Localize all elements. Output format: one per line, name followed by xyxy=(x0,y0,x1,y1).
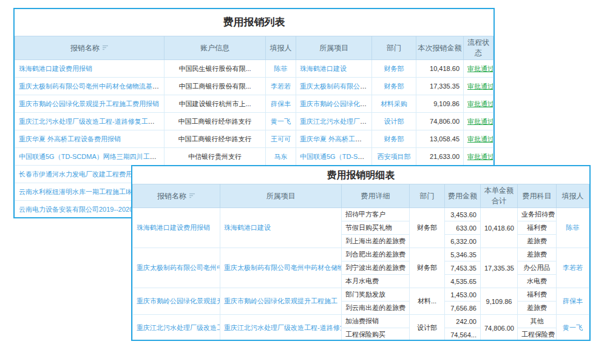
cell-amount: 6,332.00 xyxy=(445,235,481,248)
cell-category: 差旅费 xyxy=(518,248,557,261)
cell-amount: 10,418.60 xyxy=(416,60,464,78)
cell-amount: 242.00 xyxy=(445,315,481,328)
reimbursement-name-link[interactable]: 重庆市鹅岭公园绿化景观提升工程 xyxy=(137,297,220,305)
project-link[interactable]: 重庆市鹅岭公园绿化景观提升... xyxy=(300,100,372,107)
reimbursement-name-link[interactable]: 长春市伊通河水力发电厂改建工程费用报销 xyxy=(19,170,146,178)
cell-dept: 材料... xyxy=(410,288,445,315)
table-row: 重庆市鹅岭公园绿化景观提升工程 重庆市鹅岭公园绿化景观提升工程施工 部门奖励发放… xyxy=(133,288,589,302)
cell-category: 差旅费 xyxy=(518,302,557,315)
table-row: 重庆江北污水处理厂级改造工程-道路修复工程费用... 中国工商银行经华路支行 黄… xyxy=(15,113,493,130)
person-link[interactable]: 马东 xyxy=(274,153,288,160)
cell-total: 9,109.86 xyxy=(481,288,518,315)
cell-amount: 21,633.00 xyxy=(416,148,464,166)
cell-account: 中国工商银行股份有限... xyxy=(164,78,266,95)
reimbursement-name-link[interactable]: 重庆市鹅岭公园绿化景观提升工程施工费用报销 xyxy=(19,100,159,107)
reimbursement-name-link[interactable]: 珠海鹤港口建设费用报销 xyxy=(137,224,210,231)
desktop-canvas: { "colors": { "card_border": "#2aa7e2", … xyxy=(0,0,607,364)
cell-category: 福利费 xyxy=(518,221,557,235)
cell-amount: 74,564... xyxy=(445,328,481,342)
person-link[interactable]: 陈菲 xyxy=(274,65,288,72)
dept-link[interactable]: 财务部 xyxy=(384,65,404,72)
cell-account: 中国工商银行经华路支行 xyxy=(164,130,266,148)
cell-account: 中国工商银行经华路支行 xyxy=(164,113,266,130)
cell-account: 中信银行贵州支行 xyxy=(164,148,266,166)
table-row: 重庆市鹅岭公园绿化景观提升工程施工费用报销 中国建设银行杭州市上... 薛保丰 … xyxy=(15,95,493,113)
cell-amount: 1,453.00 xyxy=(445,288,481,302)
project-link[interactable]: 重庆华夏 外高桥工程设备 xyxy=(300,135,372,143)
reimbursement-name-link[interactable]: 重庆太极制药有限公司亳州中药材仓储物流基地项... xyxy=(19,83,164,90)
reimbursement-name-link[interactable]: 重庆江北污水处理厂级改造工程- xyxy=(137,324,220,331)
cell-expense-detail: 部门奖励发放 xyxy=(342,288,410,302)
header-row: 报销名称 账户信息 填报人 所属项目 部门 本次报销金额 流程状态 xyxy=(15,36,493,60)
column-header-name-label: 报销名称 xyxy=(70,44,100,52)
status-link[interactable]: 审批通过 xyxy=(467,153,493,160)
cell-category: 其他 xyxy=(518,315,557,328)
person-link[interactable]: 黄一飞 xyxy=(271,118,291,125)
reimbursement-name-link[interactable]: 云南电力设备安装有限公司2019--2020年度 xyxy=(19,206,146,213)
column-header-name[interactable]: 报销名称 xyxy=(15,36,164,60)
cell-amount: 7,656.86 xyxy=(445,302,481,315)
status-link[interactable]: 审批通过 xyxy=(467,100,493,107)
project-link[interactable]: 重庆太极制药有限公司亳州中... xyxy=(300,83,372,90)
cell-category: 福利费 xyxy=(518,288,557,302)
dept-link[interactable]: 材料采购 xyxy=(381,100,407,107)
cell-expense-detail: 本月水电费 xyxy=(342,275,410,288)
project-link[interactable]: 重庆市鹅岭公园绿化景观提升工程施工 xyxy=(224,297,337,305)
cell-expense-detail: 招待甲方客户 xyxy=(342,208,410,221)
sort-icon[interactable] xyxy=(102,44,109,53)
project-link[interactable]: 重庆江北污水处理厂级改造工程-道路修复工 xyxy=(224,324,342,331)
reimbursement-name-link[interactable]: 珠海鹤港口建设费用报销 xyxy=(19,65,92,72)
sort-icon[interactable] xyxy=(189,192,195,201)
dept-link[interactable]: 西安项目部 xyxy=(378,153,411,160)
person-link[interactable]: 薛保丰 xyxy=(271,100,291,107)
table-row: 珠海鹤港口建设费用报销 珠海鹤港口建设 招待甲方客户 财务部 3,453.60 … xyxy=(133,208,589,221)
table-row: 重庆太极制药有限公司亳州中药材 重庆太极制药有限公司亳州中药材仓储物流 到合肥出… xyxy=(133,248,589,261)
column-header-dept: 部门 xyxy=(410,184,445,208)
header-row: 报销名称 所属项目 费用详细 部门 费用金额 本单金额合计 费用科目 填报人 xyxy=(133,184,589,208)
cell-category: 工程保险费 xyxy=(518,328,557,342)
dept-link[interactable]: 财务部 xyxy=(384,83,404,90)
project-link[interactable]: 中国联通5G（TD-SCDMA）网... xyxy=(300,153,372,160)
column-header-person: 填报人 xyxy=(557,184,589,208)
cell-amount: 13,058.45 xyxy=(416,130,464,148)
status-link[interactable]: 审批通过 xyxy=(467,83,493,90)
column-header-dept: 部门 xyxy=(372,36,416,60)
cell-category: 水电费 xyxy=(518,275,557,288)
expense-detail-title: 费用报销明细表 xyxy=(132,166,589,184)
status-link[interactable]: 审批通过 xyxy=(467,135,493,143)
project-link[interactable]: 重庆太极制药有限公司亳州中药材仓储物流 xyxy=(224,264,342,271)
reimbursement-name-link[interactable]: 重庆江北污水处理厂级改造工程-道路修复工程费用... xyxy=(19,118,164,125)
cell-category: 差旅费 xyxy=(518,235,557,248)
person-link[interactable]: 李若若 xyxy=(271,83,291,90)
table-row: 珠海鹤港口建设费用报销 中国民生银行股份有限... 陈菲 珠海鹤港口建设 财务部… xyxy=(15,60,493,78)
cell-expense-detail: 节假日购买礼物 xyxy=(342,221,410,235)
dept-link[interactable]: 财务部 xyxy=(384,135,404,143)
status-link[interactable]: 审批通过 xyxy=(467,65,493,72)
cell-amount: 4,535.65 xyxy=(445,275,481,288)
column-header-detail: 费用详细 xyxy=(342,184,410,208)
dept-link[interactable]: 设计部 xyxy=(384,118,404,125)
reimbursement-name-link[interactable]: 重庆华夏 外高桥工程设备费用报销 xyxy=(19,135,121,143)
column-header-name[interactable]: 报销名称 xyxy=(133,184,220,208)
cell-total: 17,335.35 xyxy=(481,248,518,288)
cell-amount: 74,806.00 xyxy=(416,113,464,130)
reimbursement-name-link[interactable]: 中国联通5G（TD-SCDMA）网络三期四川工程费... xyxy=(19,153,164,160)
person-link[interactable]: 李若若 xyxy=(563,264,583,271)
cell-expense-detail: 到合肥出差的差旅费 xyxy=(342,248,410,261)
project-link[interactable]: 珠海鹤港口建设 xyxy=(300,65,347,72)
cell-expense-detail: 工程保险购买 xyxy=(342,328,410,342)
cell-expense-detail: 到上海出差的差旅费 xyxy=(342,235,410,248)
status-link[interactable]: 审批通过 xyxy=(467,118,493,125)
person-link[interactable]: 王可可 xyxy=(271,135,291,143)
person-link[interactable]: 薛保丰 xyxy=(563,297,583,305)
cell-total: 74,806.00 xyxy=(481,315,518,342)
project-link[interactable]: 珠海鹤港口建设 xyxy=(224,224,271,231)
person-link[interactable]: 黄一飞 xyxy=(563,324,583,331)
person-link[interactable]: 陈菲 xyxy=(566,224,580,231)
expense-detail-card: 费用报销明细表 报销名称 所属项目 费用详细 部门 费用金额 本单金额合计 费用… xyxy=(131,165,591,341)
column-header-total: 本单金额合计 xyxy=(481,184,518,208)
column-header-person: 填报人 xyxy=(266,36,296,60)
project-link[interactable]: 重庆江北污水处理厂级改造工... xyxy=(300,118,372,125)
reimbursement-name-link[interactable]: 重庆太极制药有限公司亳州中药材 xyxy=(137,264,220,271)
cell-dept: 财务部 xyxy=(410,248,445,288)
